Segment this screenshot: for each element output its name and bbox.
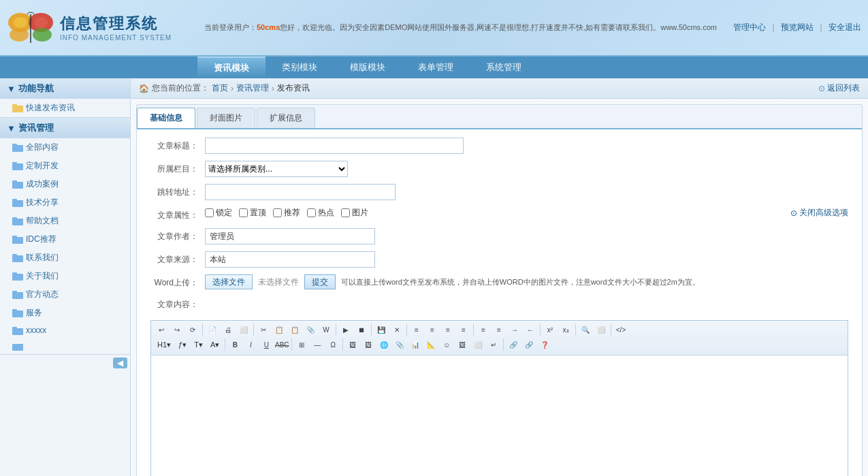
attr-locked[interactable]: 锁定 <box>205 207 232 219</box>
choose-file-btn[interactable]: 选择文件 <box>205 274 253 289</box>
tab-extended-info[interactable]: 扩展信息 <box>257 108 315 128</box>
attr-hot-checkbox[interactable] <box>307 208 316 217</box>
tb-gallery[interactable]: 🖼 <box>455 338 470 351</box>
tb-print[interactable]: 🖨 <box>221 323 236 336</box>
tab-basic-info[interactable]: 基础信息 <box>137 108 195 128</box>
logout-link[interactable]: 安全退出 <box>829 22 861 33</box>
tb-attach[interactable]: 📎 <box>392 338 407 351</box>
tb-help[interactable]: ❓ <box>537 338 552 351</box>
tb-align-left[interactable]: ≡ <box>409 323 424 336</box>
tb-hr[interactable]: — <box>310 338 325 351</box>
topnav-item-form[interactable]: 表单管理 <box>402 57 470 78</box>
tb-break[interactable]: ↵ <box>486 338 501 351</box>
sidebar-item-official[interactable]: 官方动态 <box>0 285 130 304</box>
tb-chart[interactable]: 📊 <box>408 338 423 351</box>
source-input[interactable] <box>205 251 375 268</box>
tb-outdent[interactable]: ← <box>523 323 538 336</box>
tb-font-style[interactable]: ƒ▾ <box>175 338 190 351</box>
tb-subscript[interactable]: x₂ <box>558 323 573 336</box>
attr-recommend-checkbox[interactable] <box>273 208 282 217</box>
category-select[interactable]: 请选择所属类别... <box>205 161 348 177</box>
breadcrumb-home-link[interactable]: 首页 <box>212 82 228 94</box>
tb-save[interactable]: 💾 <box>374 323 389 336</box>
tb-bold[interactable]: B <box>227 338 242 351</box>
tb-heading[interactable]: H1▾ <box>154 338 174 351</box>
topnav-item-system[interactable]: 系统管理 <box>470 57 538 78</box>
sidebar-item-extra[interactable] <box>0 338 130 354</box>
sidebar-item-custom-dev[interactable]: 定制开发 <box>0 157 130 175</box>
tb-list-unordered[interactable]: ≡ <box>492 323 507 336</box>
tb-paste-word[interactable]: W <box>319 323 334 336</box>
tb-refresh[interactable]: ⟳ <box>185 323 200 336</box>
tb-paste-plain[interactable]: 📎 <box>303 323 318 336</box>
sidebar-item-quick-post[interactable]: 快速发布资讯 <box>0 99 130 117</box>
tb-rule[interactable]: 📐 <box>423 338 438 351</box>
tab-cover-image[interactable]: 封面图片 <box>197 108 255 128</box>
tb-font-color[interactable]: A▾ <box>207 338 223 351</box>
attr-image[interactable]: 图片 <box>341 207 368 219</box>
tb-link[interactable]: 🔗 <box>506 338 521 351</box>
sidebar-item-help[interactable]: 帮助文档 <box>0 212 130 230</box>
sidebar-item-cases[interactable]: 成功案例 <box>0 175 130 193</box>
tb-align-justify[interactable]: ≡ <box>456 323 471 336</box>
tb-paste[interactable]: 📋 <box>287 323 302 336</box>
preview-site-link[interactable]: 预览网站 <box>781 22 814 33</box>
tb-superscript[interactable]: x² <box>543 323 558 336</box>
tb-indent[interactable]: → <box>507 323 522 336</box>
editor-body[interactable] <box>151 355 848 476</box>
tb-image2[interactable]: 🖼 <box>361 338 376 351</box>
tb-image[interactable]: 🖼 <box>345 338 360 351</box>
collapse-arrow[interactable]: ◀ <box>113 358 127 368</box>
attr-locked-checkbox[interactable] <box>205 208 214 217</box>
tb-font-size[interactable]: T▾ <box>191 338 206 351</box>
tb-source[interactable]: </> <box>613 323 628 336</box>
tb-table[interactable]: ⊞ <box>294 338 309 351</box>
topnav-item-news[interactable]: 资讯模块 <box>197 57 266 78</box>
attr-hot[interactable]: 热点 <box>307 207 334 219</box>
title-input[interactable] <box>205 138 464 154</box>
breadcrumb-level1-link[interactable]: 资讯管理 <box>236 82 269 94</box>
tb-find[interactable]: 🔍 <box>578 323 593 336</box>
tb-underline[interactable]: U <box>259 338 274 351</box>
admin-center-link[interactable]: 管理中心 <box>733 22 766 33</box>
tb-undo[interactable]: ↩ <box>154 323 169 336</box>
topnav-item-category[interactable]: 类别模块 <box>266 57 334 78</box>
tb-stop[interactable]: ⏹ <box>354 323 369 336</box>
sidebar-item-tech[interactable]: 技术分享 <box>0 193 130 212</box>
tb-preview[interactable]: ⬜ <box>236 323 251 336</box>
sidebar-item-all[interactable]: 全部内容 <box>0 138 130 157</box>
sidebar-item-about[interactable]: 关于我们 <box>0 267 130 285</box>
tb-block[interactable]: ⬜ <box>470 338 485 351</box>
tb-strikethrough[interactable]: ABC <box>274 338 289 351</box>
sidebar-item-contact[interactable]: 联系我们 <box>0 249 130 267</box>
tb-newdoc[interactable]: 📄 <box>205 323 220 336</box>
topnav-item-template[interactable]: 模版模块 <box>334 57 402 78</box>
sidebar-item-xxxxx[interactable]: xxxxx <box>0 322 130 338</box>
attr-top-checkbox[interactable] <box>239 208 248 217</box>
tb-close[interactable]: ✕ <box>389 323 404 336</box>
attr-top[interactable]: 置顶 <box>239 207 266 219</box>
tb-emoticon[interactable]: ☺ <box>439 338 454 351</box>
tb-italic[interactable]: I <box>243 338 258 351</box>
sidebar-collapse[interactable]: ◀ <box>0 355 130 371</box>
tb-list-ordered[interactable]: ≡ <box>476 323 491 336</box>
word-submit-btn[interactable]: 提交 <box>304 274 336 289</box>
tb-special-char[interactable]: Ω <box>325 338 340 351</box>
back-to-list-btn[interactable]: ⊙ 返回列表 <box>818 82 860 94</box>
tb-cut[interactable]: ✂ <box>256 323 271 336</box>
sidebar-item-service[interactable]: 服务 <box>0 304 130 322</box>
tb-align-right[interactable]: ≡ <box>440 323 455 336</box>
tb-embed[interactable]: 🌐 <box>376 338 391 351</box>
attr-image-checkbox[interactable] <box>341 208 350 217</box>
tb-redo[interactable]: ↪ <box>170 323 184 336</box>
sidebar-item-idc[interactable]: IDC推荐 <box>0 230 130 249</box>
tb-select-all[interactable]: ⬜ <box>594 323 609 336</box>
tb-copy[interactable]: 📋 <box>272 323 287 336</box>
advanced-options-link[interactable]: ⊙ 关闭高级选项 <box>790 207 848 219</box>
tb-align-center[interactable]: ≡ <box>425 323 440 336</box>
jump-input[interactable] <box>205 184 396 200</box>
tb-unlink[interactable]: 🔗 <box>521 338 536 351</box>
author-input[interactable] <box>205 228 375 244</box>
attr-recommend[interactable]: 推荐 <box>273 207 300 219</box>
tb-play[interactable]: ▶ <box>338 323 353 336</box>
